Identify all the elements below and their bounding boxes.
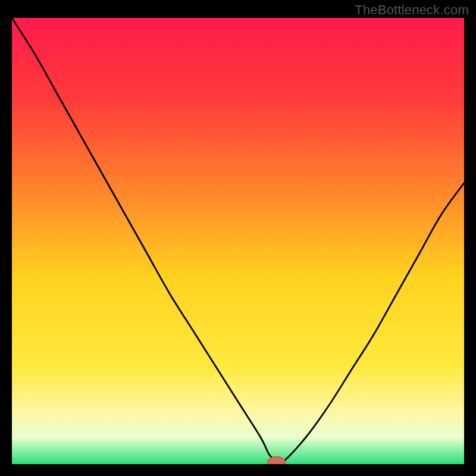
plot-svg — [12, 18, 464, 464]
watermark-text: TheBottleneck.com — [355, 2, 469, 18]
chart-frame: TheBottleneck.com — [0, 0, 476, 476]
gradient-background — [12, 18, 464, 464]
plot-area — [12, 18, 464, 464]
